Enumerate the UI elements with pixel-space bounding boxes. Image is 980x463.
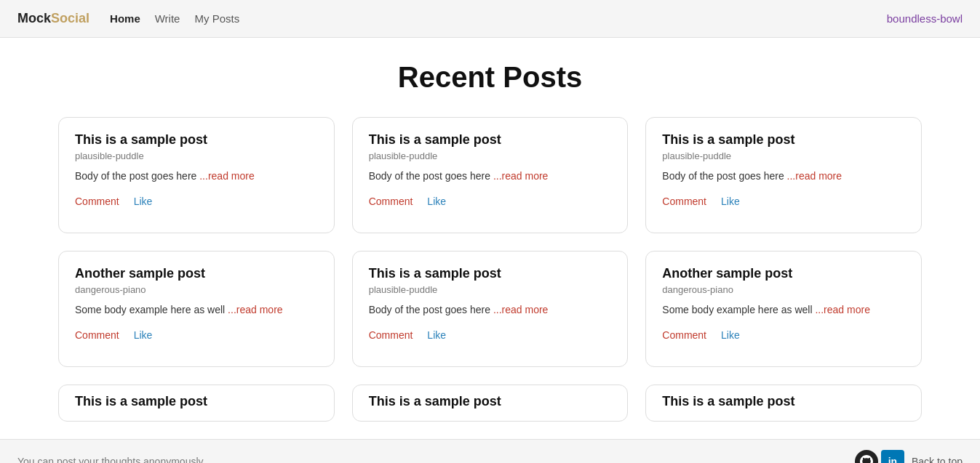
post-title-5: This is a sample post [369, 266, 612, 281]
comment-btn-4[interactable]: Comment [75, 329, 119, 341]
post-card-partial-3: This is a sample post [645, 385, 922, 422]
github-icon[interactable] [855, 450, 878, 463]
navbar: MockSocial Home Write My Posts boundless… [0, 0, 980, 38]
post-body-6: Some body example here as well ...read m… [662, 302, 905, 318]
footer-icons: in Back to top [855, 450, 963, 463]
footer: You can post your thoughts anonymously i… [0, 439, 980, 463]
post-card-1: This is a sample post plausible-puddle B… [58, 117, 335, 233]
like-btn-1[interactable]: Like [134, 196, 153, 207]
comment-btn-2[interactable]: Comment [369, 196, 413, 207]
like-btn-3[interactable]: Like [721, 196, 740, 207]
post-title-4: Another sample post [75, 266, 318, 281]
linkedin-icon[interactable]: in [881, 450, 904, 463]
nav-my-posts[interactable]: My Posts [194, 12, 239, 25]
read-more-5[interactable]: ...read more [493, 304, 548, 315]
post-actions-2: Comment Like [369, 196, 612, 207]
like-btn-4[interactable]: Like [134, 329, 153, 341]
comment-btn-3[interactable]: Comment [662, 196, 706, 207]
like-btn-6[interactable]: Like [721, 329, 740, 341]
post-body-1: Body of the post goes here ...read more [75, 169, 318, 184]
like-btn-5[interactable]: Like [427, 329, 446, 341]
post-card-2: This is a sample post plausible-puddle B… [352, 117, 629, 233]
nav-write[interactable]: Write [155, 12, 180, 25]
post-body-3: Body of the post goes here ...read more [662, 169, 905, 184]
post-title-p1: This is a sample post [75, 394, 318, 409]
post-actions-6: Comment Like [662, 329, 905, 341]
post-card-partial-2: This is a sample post [352, 385, 629, 422]
like-btn-2[interactable]: Like [427, 196, 446, 207]
comment-btn-5[interactable]: Comment [369, 329, 413, 341]
post-body-5: Body of the post goes here ...read more [369, 302, 612, 318]
post-actions-4: Comment Like [75, 329, 318, 341]
read-more-3[interactable]: ...read more [787, 170, 842, 182]
main-content: Recent Posts This is a sample post plaus… [0, 38, 980, 433]
posts-grid: This is a sample post plausible-puddle B… [58, 117, 922, 422]
post-title-6: Another sample post [662, 266, 905, 281]
post-title-1: This is a sample post [75, 132, 318, 148]
read-more-2[interactable]: ...read more [493, 170, 548, 182]
page-title: Recent Posts [58, 61, 922, 94]
post-actions-1: Comment Like [75, 196, 318, 207]
post-author-6: dangerous-piano [662, 284, 905, 295]
brand-logo: MockSocial [17, 11, 89, 26]
post-card-6: Another sample post dangerous-piano Some… [645, 251, 922, 367]
nav-links: Home Write My Posts [110, 12, 887, 25]
post-author-5: plausible-puddle [369, 284, 612, 295]
post-title-3: This is a sample post [662, 132, 905, 148]
back-to-top-link[interactable]: Back to top [912, 456, 963, 463]
post-actions-3: Comment Like [662, 196, 905, 207]
post-card-3: This is a sample post plausible-puddle B… [645, 117, 922, 233]
read-more-6[interactable]: ...read more [815, 304, 869, 315]
post-card-partial-1: This is a sample post [58, 385, 335, 422]
post-body-4: Some body example here as well ...read m… [75, 302, 318, 318]
user-display: boundless-bowl [887, 12, 963, 25]
post-card-4: Another sample post dangerous-piano Some… [58, 251, 335, 367]
post-title-p3: This is a sample post [662, 394, 905, 409]
nav-home[interactable]: Home [110, 12, 140, 25]
post-author-3: plausible-puddle [662, 150, 905, 161]
footer-top: You can post your thoughts anonymously i… [17, 450, 963, 463]
footer-anon-text: You can post your thoughts anonymously [17, 456, 204, 463]
post-author-2: plausible-puddle [369, 150, 612, 161]
post-author-4: dangerous-piano [75, 284, 318, 295]
post-title-p2: This is a sample post [369, 394, 612, 409]
post-author-1: plausible-puddle [75, 150, 318, 161]
read-more-4[interactable]: ...read more [228, 304, 282, 315]
post-title-2: This is a sample post [369, 132, 612, 148]
post-actions-5: Comment Like [369, 329, 612, 341]
post-card-5: This is a sample post plausible-puddle B… [352, 251, 629, 367]
comment-btn-6[interactable]: Comment [662, 329, 706, 341]
read-more-1[interactable]: ...read more [199, 170, 254, 182]
post-body-2: Body of the post goes here ...read more [369, 169, 612, 184]
comment-btn-1[interactable]: Comment [75, 196, 119, 207]
